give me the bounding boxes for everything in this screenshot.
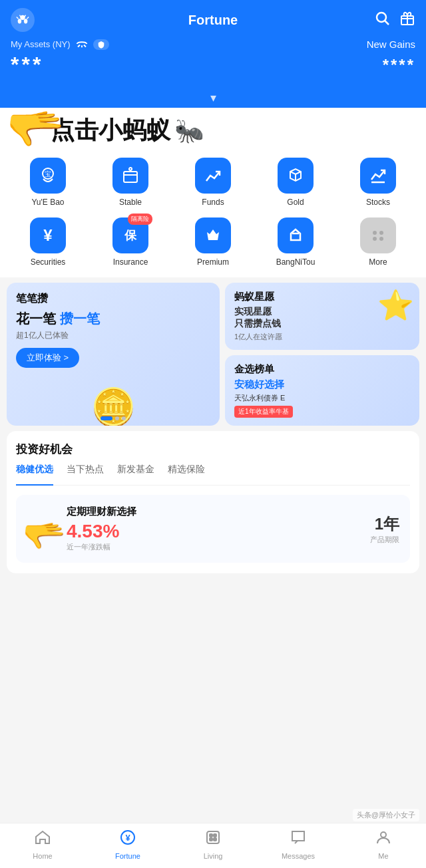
fortune-icon: ¥	[119, 829, 136, 850]
shield-badge	[93, 39, 109, 50]
svg-point-24	[379, 237, 383, 241]
nav-home[interactable]: Home	[0, 829, 85, 860]
svg-point-32	[381, 832, 386, 837]
product-period: 1年	[370, 513, 399, 535]
nav-fortune[interactable]: ¥ Fortune	[85, 829, 170, 860]
svg-rect-28	[210, 834, 212, 837]
header-top: Fortune	[11, 8, 415, 32]
search-icon[interactable]	[374, 10, 390, 30]
card-right-bottom-badge: 近1年收益率牛基	[234, 406, 293, 418]
svg-line-6	[25, 15, 26, 17]
svg-line-3	[17, 17, 19, 19]
card-right-top-line3: 1亿人在这许愿	[234, 332, 410, 342]
tab-new-fund[interactable]: 新发基金	[117, 464, 154, 480]
svg-text:宝: 宝	[45, 170, 51, 178]
securities-icon-box: ¥	[30, 217, 66, 253]
bottom-nav: Home ¥ Fortune Living	[0, 823, 426, 868]
product-right: 1年 产品期限	[370, 513, 399, 545]
product-card[interactable]: 🫳 定期理财新选择 4.53% 近一年涨跌幅 1年 产品期限	[16, 495, 410, 563]
balance-label: My Assets (NY)	[11, 39, 71, 49]
svg-line-8	[385, 21, 389, 25]
bangnitou-icon-item[interactable]: BangNiTou	[258, 217, 333, 267]
gold-icon-box	[278, 158, 314, 194]
premium-icon-item[interactable]: Premium	[176, 217, 250, 267]
invest-section: 投资好机会 稳健优选 当下热点 新发基金 精选保险 🫳 定期理财新选择 4.53…	[7, 431, 419, 573]
stable-icon-item[interactable]: Stable	[93, 158, 168, 207]
watermark: 头条@厚恰小女子	[353, 809, 419, 821]
yue-bao-icon-box: 宝	[30, 158, 66, 194]
living-icon	[204, 829, 222, 850]
securities-label: Securities	[31, 257, 66, 267]
gold-icon-item[interactable]: Gold	[258, 158, 333, 207]
svg-point-2	[24, 19, 28, 23]
yue-bao-icon-item[interactable]: 宝 Yu'E Bao	[11, 158, 85, 207]
nav-living-label: Living	[204, 852, 223, 860]
securities-icon-item[interactable]: ¥ Securities	[11, 217, 85, 267]
home-icon	[34, 829, 51, 850]
tab-steady[interactable]: 稳健优选	[16, 464, 53, 486]
product-left: 定期理财新选择 4.53% 近一年涨跌幅	[27, 506, 136, 552]
icon-row-1: 宝 Yu'E Bao Stable	[0, 155, 426, 210]
product-rate: 4.53%	[67, 521, 136, 542]
card-left[interactable]: 笔笔攒 花一笔 攒一笔 超1亿人已体验 立即体验 > 🪙	[7, 283, 220, 426]
card-left-subtitle-highlight: 攒一笔	[60, 311, 100, 326]
insurance-icon-item[interactable]: 保 隔离险 Insurance	[93, 217, 168, 267]
arrow-down-icon[interactable]: ▾	[210, 90, 216, 105]
svg-point-23	[373, 237, 377, 241]
eye-icon[interactable]	[76, 39, 88, 50]
funds-icon-item[interactable]: Funds	[176, 158, 250, 207]
ant-icon[interactable]	[11, 8, 35, 32]
svg-point-21	[373, 231, 377, 235]
more-icon-box	[360, 217, 396, 253]
overlay-banner: 🫳 点击小蚂蚁 🐜	[0, 108, 426, 150]
header-title: Fortune	[188, 13, 238, 28]
svg-line-4	[27, 17, 29, 19]
bangnitou-icon-box	[278, 217, 314, 253]
stocks-icon-item[interactable]: Stocks	[341, 158, 415, 207]
stable-label: Stable	[119, 198, 142, 207]
card-right-bottom-title: 金选榜单	[234, 363, 410, 376]
invest-tabs: 稳健优选 当下热点 新发基金 精选保险	[16, 464, 410, 486]
svg-rect-30	[210, 838, 212, 841]
card-right-bottom-highlight: 安稳好选择	[234, 378, 410, 391]
invest-title: 投资好机会	[16, 442, 410, 457]
funds-label: Funds	[202, 198, 224, 207]
svg-line-5	[19, 15, 21, 17]
nav-me[interactable]: Me	[341, 829, 426, 860]
nav-messages[interactable]: Messages	[256, 829, 341, 860]
svg-point-16	[129, 168, 132, 170]
tab-insurance[interactable]: 精选保险	[168, 464, 205, 480]
svg-point-7	[377, 13, 386, 22]
nav-home-label: Home	[33, 852, 52, 860]
balance-amount: ***	[11, 53, 43, 77]
overlay-text: 点击小蚂蚁	[11, 114, 170, 147]
icon-grid: 宝 Yu'E Bao Stable	[0, 150, 426, 277]
premium-label: Premium	[197, 257, 229, 267]
new-gains-label: New Gains	[367, 39, 415, 50]
nav-me-label: Me	[378, 852, 388, 860]
gift-icon[interactable]	[399, 10, 415, 30]
card-left-subtitle-pre: 花一笔	[16, 311, 56, 326]
more-icon-item[interactable]: More	[341, 217, 415, 267]
card-left-desc: 超1亿人已体验	[16, 330, 210, 341]
main-cards: 笔笔攒 花一笔 攒一笔 超1亿人已体验 立即体验 > 🪙 蚂蚁星愿 实现星愿 只…	[7, 283, 419, 426]
svg-rect-27	[207, 831, 219, 843]
product-rate-label: 近一年涨跌幅	[67, 542, 136, 552]
card-left-title: 笔笔攒	[16, 292, 210, 306]
svg-rect-31	[214, 838, 216, 841]
insurance-icon-box: 保 隔离险	[112, 217, 148, 253]
yue-bao-label: Yu'E Bao	[32, 198, 65, 207]
svg-line-10	[78, 45, 80, 47]
card-left-btn[interactable]: 立即体验 >	[16, 348, 79, 368]
gold-label: Gold	[287, 198, 304, 207]
dot-active	[101, 416, 112, 420]
gains-amount: ****	[383, 56, 415, 74]
product-period-label: 产品期限	[370, 535, 399, 545]
card-right-top[interactable]: 蚂蚁星愿 实现星愿 只需攒点钱 1亿人在这许愿 ⭐	[225, 283, 419, 350]
stocks-icon-box	[360, 158, 396, 194]
tab-hot[interactable]: 当下热点	[67, 464, 104, 480]
card-right-bottom[interactable]: 金选榜单 安稳好选择 天弘永利债券 E 近1年收益率牛基	[225, 355, 419, 426]
bangnitou-label: BangNiTou	[276, 257, 316, 267]
icon-row-2: ¥ Securities 保 隔离险 Insurance Premium	[0, 215, 426, 269]
nav-living[interactable]: Living	[170, 829, 256, 860]
